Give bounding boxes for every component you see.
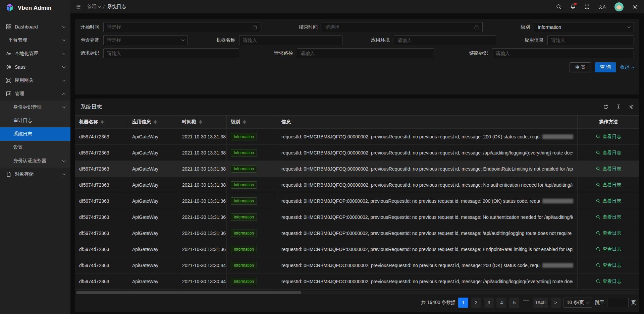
page-button-1940[interactable]: 1940 <box>533 298 548 308</box>
page-jump-input[interactable] <box>607 298 629 307</box>
cell-machine-name: df5974d72363 <box>75 257 128 273</box>
sidebar-item-platform[interactable]: 平台管理 <box>0 34 70 47</box>
table-row[interactable]: df5974d72363ApiGateWay2021-10-30 13:31:3… <box>75 193 639 209</box>
magnifier-icon <box>596 231 601 236</box>
sidebar-item-management[interactable]: 管理 <box>0 87 70 101</box>
column-settings-gear-icon[interactable] <box>629 104 634 110</box>
next-page-button[interactable]: > <box>551 298 561 308</box>
row-height-icon[interactable] <box>616 104 621 110</box>
column-header-timestamp[interactable]: 时间戳 <box>178 116 227 129</box>
pagination-total: 共 19400 条数据 <box>421 300 456 306</box>
view-log-action[interactable]: 查看日志 <box>578 257 639 273</box>
horizontal-scrollbar[interactable] <box>76 291 639 294</box>
sidebar-item-auth-server[interactable]: 身份认证服务器 <box>0 154 70 168</box>
chevron-up-icon <box>62 93 66 96</box>
sidebar-item-dashboard[interactable]: Dashboard <box>0 20 70 34</box>
app-info-input[interactable] <box>547 35 634 45</box>
page-button-5[interactable]: 5 <box>509 298 519 308</box>
scrollbar-thumb[interactable] <box>76 291 301 294</box>
content: 开始时间 请选择 结束时间 请选择 <box>70 13 644 314</box>
chevron-down-icon <box>62 159 66 162</box>
search-icon[interactable] <box>556 4 561 9</box>
request-id-field: 请求标识 <box>80 48 239 58</box>
machine-name-input[interactable] <box>239 35 342 45</box>
page-button-4[interactable]: 4 <box>496 298 506 308</box>
request-path-input[interactable] <box>297 48 434 58</box>
start-time-picker[interactable]: 请选择 <box>103 22 261 32</box>
chevron-down-icon <box>586 301 590 304</box>
column-header-machine-name[interactable]: 机器名称 <box>75 116 128 129</box>
sidebar-menu: Dashboard 平台管理 本地化管理 Saas <box>0 16 70 181</box>
sidebar-item-saas[interactable]: Saas <box>0 60 70 74</box>
view-log-action[interactable]: 查看日志 <box>578 209 639 225</box>
view-log-action[interactable]: 查看日志 <box>578 177 639 193</box>
request-id-input[interactable] <box>103 48 239 58</box>
menu-fold-icon[interactable] <box>76 4 81 9</box>
sidebar-item-settings[interactable]: 设置 <box>0 141 70 154</box>
view-log-action[interactable]: 查看日志 <box>578 145 639 161</box>
magnifier-icon <box>596 279 601 284</box>
sort-icon[interactable] <box>199 120 202 124</box>
sort-icon[interactable] <box>154 120 157 124</box>
fullscreen-icon[interactable] <box>584 4 590 9</box>
table-row[interactable]: df5974d72363ApiGateWay2021-10-30 13:31:3… <box>75 225 639 241</box>
table-row[interactable]: df5974d72363ApiGateWay2021-10-30 13:31:3… <box>75 145 639 161</box>
settings-gear-icon[interactable] <box>632 4 638 10</box>
sidebar-item-object-storage[interactable]: 对象存储 <box>0 168 70 181</box>
view-log-action[interactable]: 查看日志 <box>578 161 639 177</box>
table-row[interactable]: df5974d72363ApiGateWay2021-10-30 13:31:3… <box>75 161 639 177</box>
view-log-action[interactable]: 查看日志 <box>578 129 639 145</box>
view-log-action[interactable]: 查看日志 <box>578 241 639 257</box>
sidebar-item-identity-management[interactable]: 身份标识管理 <box>0 101 70 114</box>
translate-icon[interactable]: 文A <box>598 5 606 9</box>
page-button-2[interactable]: 2 <box>471 298 481 308</box>
sort-icon[interactable] <box>101 120 104 124</box>
table-row[interactable]: df5974d72363ApiGateWay2021-10-30 13:31:3… <box>75 177 639 193</box>
table-row[interactable]: df5974d72363ApiGateWay2021-10-30 13:31:3… <box>75 129 639 145</box>
level-badge: Information <box>231 197 257 205</box>
avatar[interactable] <box>614 2 624 11</box>
sidebar-item-audit-log[interactable]: 审计日志 <box>0 114 70 127</box>
search-button[interactable]: 查 询 <box>595 62 616 72</box>
cell-machine-name: df5974d72363 <box>75 209 128 225</box>
column-header-level[interactable]: 级别 <box>227 116 277 129</box>
column-header-actions: 操作方法 <box>578 116 639 129</box>
exception-select[interactable]: 请选择 <box>103 35 188 45</box>
collapse-link[interactable]: 收起 <box>620 64 634 70</box>
redacted-text <box>542 199 573 203</box>
sidebar-item-system-log[interactable]: 系统日志 <box>0 127 70 141</box>
table-row[interactable]: df5974d72363ApiGateWay2021-10-30 13:31:3… <box>75 209 639 225</box>
table-row[interactable]: df5974d72363ApiGateWay2021-10-30 13:30:4… <box>75 257 639 273</box>
page-button-3[interactable]: 3 <box>484 298 494 308</box>
sidebar-item-gateway[interactable]: 应用网关 <box>0 74 70 87</box>
level-badge: Information <box>231 165 257 173</box>
trace-id-input[interactable] <box>492 48 634 58</box>
notification-bell-icon[interactable] <box>570 4 576 9</box>
sort-icon[interactable] <box>243 120 246 124</box>
column-header-app-info[interactable]: 应用信息 <box>128 116 178 129</box>
logo[interactable]: Vben Admin <box>0 0 70 16</box>
environment-input[interactable] <box>394 35 496 45</box>
app-title: Vben Admin <box>18 5 52 11</box>
cell-machine-name: df5974d72363 <box>75 161 128 177</box>
page-button-1[interactable]: 1 <box>458 298 468 308</box>
header: 管理 / 系统日志 文A <box>70 0 644 13</box>
cell-level: Information <box>227 241 277 257</box>
chevron-up-icon <box>631 66 635 70</box>
cell-message: requestId: 0HMCRBM8JQFOQ:00000002, previ… <box>277 145 578 161</box>
breadcrumb-section[interactable]: 管理 <box>87 4 101 10</box>
table-row[interactable]: df5974d72363ApiGateWay2021-10-30 13:30:4… <box>75 273 639 290</box>
level-select[interactable]: Information <box>534 22 634 32</box>
page-size-select[interactable]: 10 条/页 <box>564 298 592 308</box>
reset-button[interactable]: 重 置 <box>570 62 591 72</box>
view-log-action[interactable]: 查看日志 <box>578 193 639 209</box>
sidebar-item-localization[interactable]: 本地化管理 <box>0 47 70 60</box>
end-time-picker[interactable]: 请选择 <box>322 22 483 32</box>
cell-app-info: ApiGateWay <box>128 225 178 241</box>
view-log-action[interactable]: 查看日志 <box>578 273 639 290</box>
refresh-icon[interactable] <box>603 104 608 110</box>
page-ellipsis[interactable]: ••• <box>522 298 530 308</box>
table-row[interactable]: df5974d72363ApiGateWay2021-10-30 13:31:3… <box>75 241 639 257</box>
page-jump: 跳至 页 <box>595 298 636 307</box>
view-log-action[interactable]: 查看日志 <box>578 225 639 241</box>
